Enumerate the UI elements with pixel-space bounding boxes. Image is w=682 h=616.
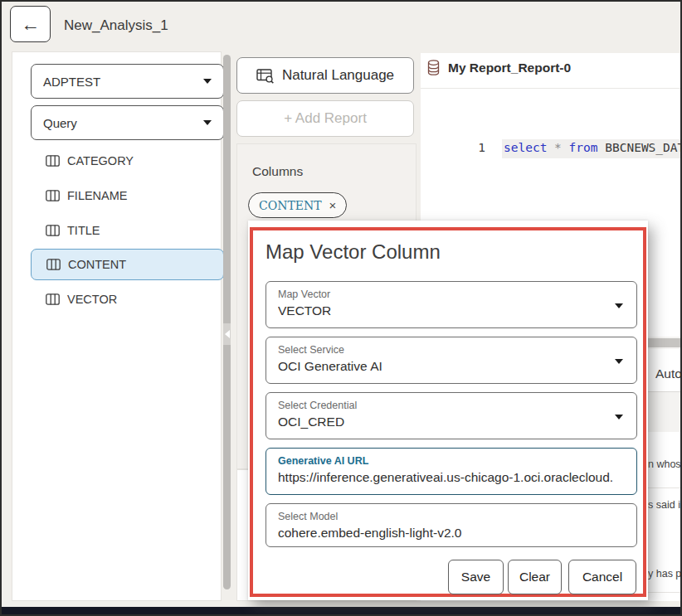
field-value: OCI_CRED: [278, 413, 625, 431]
background-row-fragment: y has p: [648, 568, 681, 580]
database-icon: [427, 60, 440, 76]
database-dropdown-value: ADPTEST: [43, 75, 100, 89]
line-number: 1: [421, 141, 485, 154]
chevron-down-icon: [203, 79, 212, 84]
column-icon: [46, 225, 60, 236]
sidebar-item-category[interactable]: CATEGORY: [31, 147, 224, 175]
column-icon: [46, 190, 60, 201]
sidebar-item-content[interactable]: CONTENT: [31, 249, 224, 280]
background-row-fragment: n whos: [648, 458, 681, 470]
clear-button[interactable]: Clear: [508, 560, 562, 594]
chevron-down-icon: [203, 120, 212, 125]
map-vector-dropdown[interactable]: Map Vector VECTOR: [265, 281, 637, 328]
dialog-title: Map Vector Column: [265, 240, 441, 264]
sidebar-item-filename[interactable]: FILENAME: [31, 182, 224, 210]
column-icon: [46, 293, 60, 305]
sidebar-item-label: VECTOR: [67, 293, 117, 306]
chevron-left-icon: [225, 330, 230, 338]
database-dropdown[interactable]: ADPTEST: [31, 64, 224, 99]
chevron-down-icon: [615, 303, 623, 308]
natural-language-icon: [256, 68, 275, 84]
scrollbar-thumb[interactable]: [223, 55, 231, 589]
chevron-down-icon: [615, 415, 623, 420]
add-report-label: + Add Report: [284, 110, 367, 127]
field-label: Generative AI URL: [278, 454, 625, 468]
field-label: Select Service: [278, 343, 625, 357]
map-vector-column-dialog: Map Vector Column Map Vector VECTOR Sele…: [248, 221, 648, 600]
sql-code-line[interactable]: select * from BBCNEWS_DAT: [502, 139, 682, 158]
back-arrow-icon: ←: [21, 13, 40, 36]
field-value: VECTOR: [278, 302, 625, 320]
save-button[interactable]: Save: [448, 560, 504, 594]
natural-language-button[interactable]: Natural Language: [236, 57, 414, 94]
field-label: Select Model: [278, 510, 625, 524]
sql-editor[interactable]: 1 select * from BBCNEWS_DAT: [421, 139, 682, 158]
column-icon: [46, 155, 60, 167]
natural-language-label: Natural Language: [282, 67, 394, 84]
field-value: cohere.embed-english-light-v2.0: [278, 524, 625, 542]
sidebar-item-label: TITLE: [67, 224, 100, 237]
field-value: OCI Generative AI: [278, 357, 625, 376]
field-value: https://inference.generativeai.us-chicag…: [278, 468, 625, 487]
select-service-dropdown[interactable]: Select Service OCI Generative AI: [265, 337, 637, 384]
sidebar-item-title[interactable]: TITLE: [31, 216, 224, 245]
field-label: Map Vector: [278, 288, 625, 302]
sidebar-item-label: FILENAME: [67, 189, 128, 202]
object-type-dropdown-value: Query: [43, 116, 77, 130]
chip-close-icon[interactable]: ×: [329, 198, 337, 212]
report-header: My Report_Report-0: [427, 60, 571, 76]
sql-keyword: select: [504, 141, 554, 154]
report-title: My Report_Report-0: [448, 61, 571, 75]
sql-operator: *: [554, 141, 568, 154]
sidebar-item-label: CONTENT: [68, 258, 126, 271]
field-label: Select Credential: [278, 399, 625, 413]
add-report-button[interactable]: + Add Report: [236, 100, 414, 137]
cancel-button[interactable]: Cancel: [568, 560, 636, 594]
select-credential-dropdown[interactable]: Select Credential OCI_CRED: [265, 392, 637, 439]
divider: [421, 88, 682, 89]
chip-label: CONTENT: [259, 199, 322, 212]
back-button[interactable]: ←: [10, 6, 51, 42]
bottom-taskbar: [2, 607, 680, 614]
sql-identifier: BBCNEWS_DAT: [605, 141, 682, 154]
object-type-dropdown[interactable]: Query: [31, 105, 224, 140]
sql-keyword: from: [569, 141, 606, 154]
chevron-down-icon: [615, 359, 623, 364]
app-window: ← New_Analysis_1 ADPTEST Query CATEGORY …: [0, 0, 682, 616]
column-icon: [46, 259, 61, 270]
left-sidebar: ADPTEST Query CATEGORY FILENAME TITLE: [12, 51, 222, 601]
background-row-fragment: s said i: [648, 499, 680, 511]
columns-panel-title: Columns: [252, 164, 303, 179]
generative-ai-url-field[interactable]: Generative AI URL https://inference.gene…: [265, 448, 637, 495]
column-chip-content[interactable]: CONTENT ×: [248, 192, 347, 218]
panel-collapse-handle[interactable]: [223, 323, 231, 345]
sidebar-item-label: CATEGORY: [67, 154, 134, 167]
select-model-field[interactable]: Select Model cohere.embed-english-light-…: [265, 503, 637, 547]
page-title: New_Analysis_1: [64, 17, 168, 34]
sidebar-item-vector[interactable]: VECTOR: [31, 285, 224, 313]
background-section-header: Auto: [655, 366, 682, 381]
